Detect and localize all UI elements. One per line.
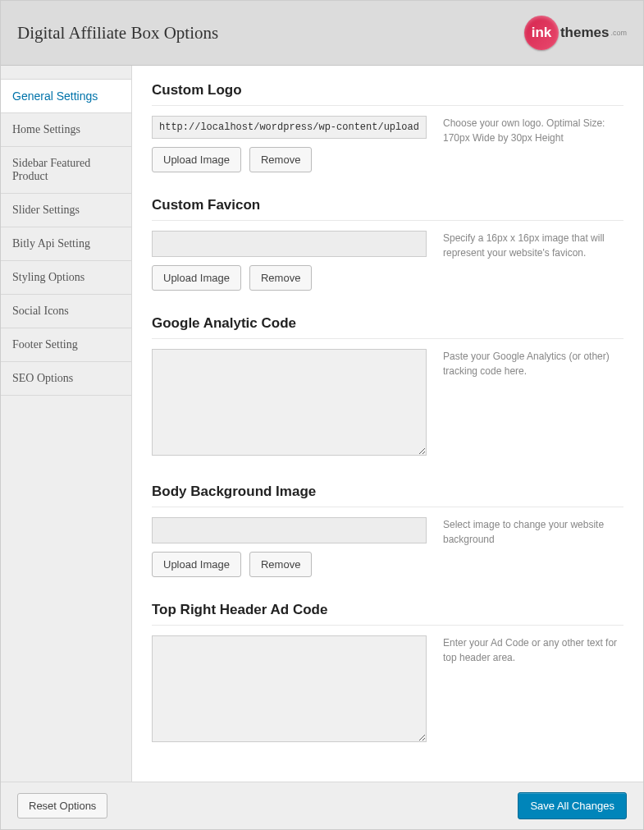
section-custom-favicon: Custom Favicon Upload Image Remove Speci… <box>152 197 623 291</box>
sidebar-item-footer-setting[interactable]: Footer Setting <box>1 328 131 361</box>
help-text: Specify a 16px x 16px image that will re… <box>443 231 623 291</box>
section-custom-logo: Custom Logo Upload Image Remove Choose y… <box>152 82 623 172</box>
save-all-changes-button[interactable]: Save All Changes <box>518 792 627 819</box>
sidebar-item-home-settings[interactable]: Home Settings <box>1 112 131 146</box>
remove-button[interactable]: Remove <box>249 147 312 172</box>
top-right-ad-textarea[interactable] <box>152 635 427 742</box>
section-title: Google Analytic Code <box>152 315 623 339</box>
upload-image-button[interactable]: Upload Image <box>152 552 241 577</box>
sidebar-item-bitly-api-setting[interactable]: Bitly Api Setting <box>1 227 131 260</box>
sidebar-item-styling-options[interactable]: Styling Options <box>1 260 131 294</box>
custom-logo-input[interactable] <box>152 116 427 139</box>
body-bg-input[interactable] <box>152 517 427 543</box>
logo-circle-icon: ink <box>524 16 559 50</box>
sidebar: General Settings Home Settings Sidebar F… <box>1 66 132 782</box>
custom-favicon-input[interactable] <box>152 231 427 257</box>
help-text: Paste your Google Analytics (or other) t… <box>443 349 623 459</box>
remove-button[interactable]: Remove <box>249 265 312 291</box>
sidebar-item-slider-settings[interactable]: Slider Settings <box>1 193 131 227</box>
body-container: General Settings Home Settings Sidebar F… <box>1 66 643 782</box>
reset-options-button[interactable]: Reset Options <box>17 793 107 819</box>
remove-button[interactable]: Remove <box>249 552 312 577</box>
section-title: Custom Logo <box>152 82 623 106</box>
help-text: Choose your own logo. Optimal Size: 170p… <box>443 116 623 172</box>
logo-subtext: .com <box>610 29 627 37</box>
page-title: Digital Affiliate Box Options <box>17 23 218 44</box>
sidebar-item-sidebar-featured-product[interactable]: Sidebar Featured Product <box>1 146 131 193</box>
upload-image-button[interactable]: Upload Image <box>152 147 241 172</box>
section-google-analytic: Google Analytic Code Paste your Google A… <box>152 315 623 459</box>
sidebar-item-general-settings[interactable]: General Settings <box>1 79 131 112</box>
sidebar-item-social-icons[interactable]: Social Icons <box>1 294 131 328</box>
section-title: Body Background Image <box>152 484 623 507</box>
footer: Reset Options Save All Changes <box>1 782 643 829</box>
google-analytic-textarea[interactable] <box>152 349 427 456</box>
upload-image-button[interactable]: Upload Image <box>152 265 241 291</box>
section-top-right-header-ad: Top Right Header Ad Code Enter your Ad C… <box>152 602 623 745</box>
header: Digital Affiliate Box Options ink themes… <box>1 1 643 66</box>
inkthemes-logo: ink themes .com <box>524 16 627 50</box>
section-title: Custom Favicon <box>152 197 623 221</box>
help-text: Enter your Ad Code or any other text for… <box>443 635 623 745</box>
section-body-background: Body Background Image Upload Image Remov… <box>152 484 623 577</box>
section-title: Top Right Header Ad Code <box>152 602 623 626</box>
logo-text: themes <box>560 25 610 41</box>
help-text: Select image to change your website back… <box>443 517 623 577</box>
sidebar-item-seo-options[interactable]: SEO Options <box>1 361 131 396</box>
main-content: Custom Logo Upload Image Remove Choose y… <box>132 66 643 782</box>
